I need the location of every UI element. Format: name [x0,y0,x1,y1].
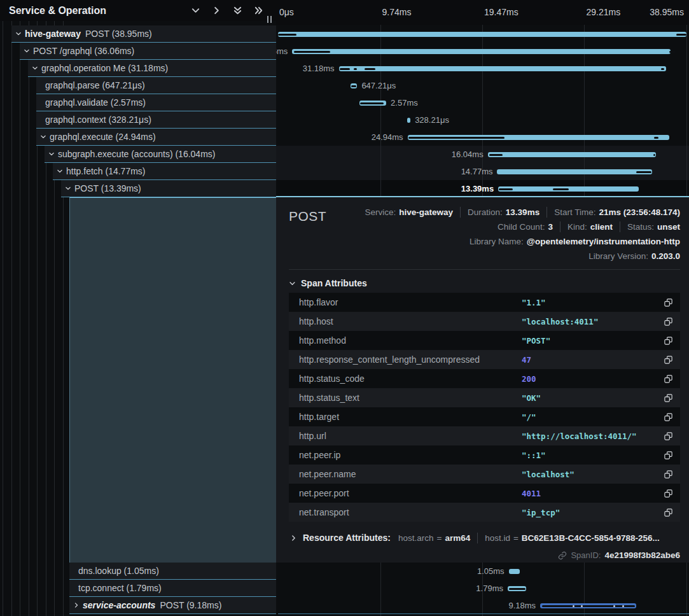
tree-row[interactable]: graphql.parse (647.21μs) [36,77,276,94]
resource-attributes-title: Resource Attributes: [303,533,391,543]
copy-icon[interactable] [660,470,676,479]
span-bar[interactable] [488,152,656,157]
tree-row[interactable]: graphql.execute (24.94ms) [36,129,276,146]
attribute-value: "ip_tcp" [522,508,660,517]
span-bar-subsegment [542,605,636,607]
span-detail-panel: POST Service:hive-gatewayDuration:13.39m… [276,196,689,563]
span-meta-line: Library Version:0.203.0 [588,249,680,263]
double-chevron-down-icon [233,6,242,15]
attribute-row: http.response_content_length_uncompresse… [289,350,680,369]
chevron-down-icon[interactable] [14,31,23,37]
chevron-right-icon [290,535,297,542]
chevron-down-icon [65,185,71,192]
link-icon[interactable] [558,551,567,560]
meta-label: Library Name: [470,237,524,246]
span-bar-subsegment [294,51,331,53]
chevron-down-icon[interactable] [47,151,56,157]
tree-row-selected[interactable]: POST (13.39ms) [61,180,276,197]
span-bar[interactable] [292,49,670,54]
tree-row[interactable]: subgraph.execute (accounts) (16.04ms) [45,146,276,163]
chevron-down-icon [40,134,46,140]
span-attributes-header[interactable]: Span Attributes [289,275,680,291]
copy-icon[interactable] [660,393,676,403]
resource-equals: = [436,533,442,543]
span-bar[interactable] [497,169,651,174]
meta-value: @opentelemetry/instrumentation-http [527,237,680,246]
span-bar-subsegment [278,34,296,36]
copy-icon[interactable] [660,355,676,365]
pane-resize-handle[interactable] [267,16,272,23]
chevron-down-icon[interactable] [64,185,73,192]
span-bar[interactable] [509,569,520,574]
attribute-row: http.status_code200 [289,369,680,388]
copy-icon[interactable] [660,451,676,460]
chevron-right-icon[interactable] [72,602,81,608]
meta-pair: Status:unset [627,222,680,232]
span-meta: Service:hive-gatewayDuration:13.39msStar… [365,205,680,263]
operation-label: graphql.execute (24.94ms) [50,132,156,142]
span-bar[interactable] [339,66,666,71]
span-bar-subsegment [340,68,350,70]
span-bar[interactable] [278,32,686,37]
attribute-key: http.status_text [299,393,522,403]
copy-icon[interactable] [660,317,676,326]
tree-row[interactable]: graphql.validate (2.57ms) [36,94,276,111]
span-title: POST [289,205,326,224]
span-bar-subsegment [354,68,357,70]
meta-separator [620,221,620,232]
detail-divider [289,269,680,270]
operation-label: POST (38.95ms) [85,29,152,39]
span-bar-subsegment [553,188,569,190]
attribute-value: 4011 [522,489,660,498]
tree-row[interactable]: service-accountsPOST (9.18ms) [69,597,276,614]
copy-icon[interactable] [660,489,676,498]
operation-label: POST (9.18ms) [160,600,221,610]
meta-separator [560,221,560,232]
tree-row[interactable]: http.fetch (14.77ms) [53,163,276,180]
chevron-down-icon[interactable] [22,48,31,54]
timeline-pane: 0μs9.74ms19.47ms29.21ms38.95ms 36.06ms31… [276,0,689,616]
chevron-down-icon[interactable] [31,65,39,71]
span-bar-subsegment [653,154,655,156]
timeline-tick-label: 38.95ms [650,7,684,17]
span-bar-subsegment [351,85,356,87]
double-chevron-right-icon-button[interactable] [253,5,264,17]
chevron-down-icon-button[interactable] [190,5,201,17]
tree-row[interactable]: graphql.operation Me (31.18ms) [28,60,276,77]
chevron-down-icon[interactable] [39,134,48,140]
tree-row[interactable]: tcp.connect (1.79ms) [69,580,276,597]
meta-pair: Duration:13.39ms [468,207,539,217]
timeline-header: 0μs9.74ms19.47ms29.21ms38.95ms [276,0,689,25]
copy-icon[interactable] [660,336,676,346]
tree-row[interactable]: dns.lookup (1.05ms) [69,563,276,580]
double-chevron-right-icon [254,6,263,15]
meta-pair: Library Version:0.203.0 [588,251,680,261]
chevron-down-icon[interactable] [55,168,64,174]
chevron-down-icon [57,168,63,174]
copy-icon[interactable] [660,508,676,517]
double-chevron-down-icon-button[interactable] [232,5,243,17]
copy-icon[interactable] [660,431,676,441]
span-bar-subsegment [676,34,686,36]
copy-icon[interactable] [660,412,676,422]
operation-label: graphql.operation Me (31.18ms) [41,63,168,73]
span-bar-subsegment [489,154,503,156]
operation-label: POST /graphql (36.06ms) [33,46,134,56]
chevron-right-icon [212,6,221,15]
copy-icon[interactable] [660,374,676,384]
attribute-row: http.host"localhost:4011" [289,312,680,331]
span-bar[interactable] [407,118,410,123]
copy-icon[interactable] [660,298,676,307]
chevron-right-icon-button[interactable] [211,5,222,17]
tree-row[interactable]: graphql.context (328.21μs) [36,111,276,129]
span-bar-subsegment [636,171,651,173]
resource-attributes-row[interactable]: Resource Attributes: host.arch=arm64host… [289,530,680,545]
resource-pair: host.id=BC62E13B-C4CC-5854-9788-256... [485,533,660,543]
meta-value: 13.39ms [506,207,539,217]
tree-row[interactable]: POST /graphql (36.06ms) [20,43,276,60]
meta-label: Child Count: [498,222,545,232]
attribute-value: "localhost" [522,470,660,479]
tree-row[interactable]: hive-gatewayPOST (38.95ms) [11,25,276,43]
attribute-row: net.transport"ip_tcp" [289,503,680,522]
resource-equals: = [513,533,518,543]
